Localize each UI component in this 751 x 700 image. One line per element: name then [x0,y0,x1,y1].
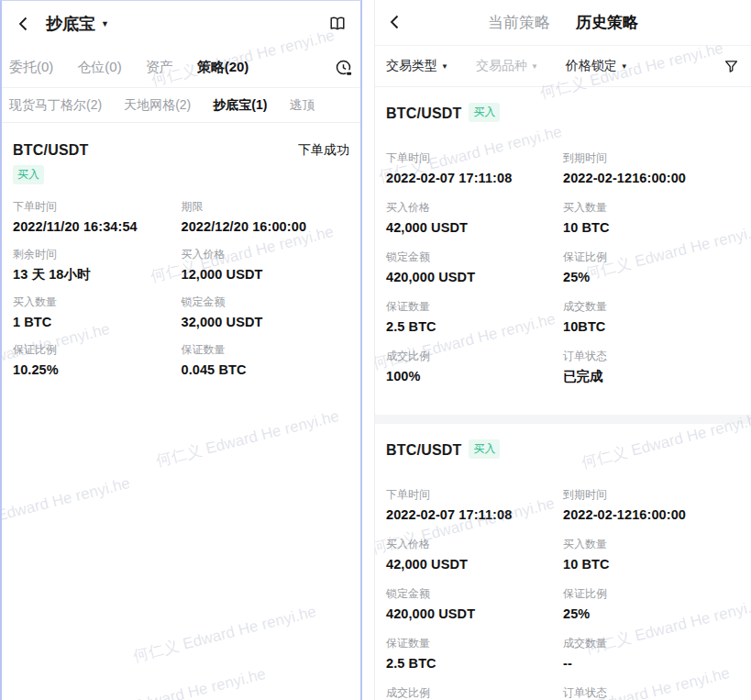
filter-dropdown[interactable]: 交易类型▼ [386,58,448,74]
field-value: 12,000 USDT [182,265,350,284]
order-history-icon[interactable] [334,58,353,77]
field-value: 25% [563,605,740,624]
title-caret-icon: ▼ [101,19,109,28]
field-label: 下单时间 [13,199,182,215]
field-label: 到期时间 [563,487,740,503]
caret-down-icon: ▼ [441,62,448,71]
field-value: 2022/12/20 16:00:00 [182,217,350,237]
left-tab[interactable]: 仓位(0) [77,59,121,76]
field: 保证比例 25% [563,250,740,287]
screen: 抄底宝 ▼ 委托(0)仓位(0)资产策略(20) [0,0,751,700]
field-value: 2022-02-1216:00:00 [563,169,740,188]
field-label: 成交比例 [386,349,563,364]
field: 订单状态 下单失败 [563,685,740,700]
history-strategy-card[interactable]: BTC/USDT 买入 下单时间 2022-02-07 17:11:08 到期时… [375,424,751,700]
field: 保证数量 0.045 BTC [182,342,350,380]
field-label: 保证数量 [386,636,563,651]
field: 锁定金额 32,000 USDT [182,294,350,332]
field: 买入数量 10 BTC [563,200,740,238]
pair-label: BTC/USDT [386,442,461,459]
left-tab[interactable]: 资产 [146,59,173,76]
left-header: 抄底宝 ▼ [2,1,360,47]
field-label: 锁定金额 [182,294,350,310]
right-tab[interactable]: 当前策略 [488,12,550,33]
strategy-subtab[interactable]: 天地网格(2) [124,97,191,114]
page-title[interactable]: 抄底宝 [46,13,95,35]
strategy-subtab[interactable]: 现货马丁格尔(2) [9,97,102,114]
filter-dropdown[interactable]: 交易品种▼ [476,58,538,74]
filter-label: 价格锁定 [566,58,617,74]
right-header: 当前策略历史策略 [375,0,751,46]
right-tab[interactable]: 历史策略 [576,12,638,33]
field-label: 下单时间 [386,487,563,503]
left-tab-bar: 委托(0)仓位(0)资产策略(20) [2,47,360,88]
filter-dropdown[interactable]: 价格锁定▼ [566,58,628,74]
field-grid: 下单时间 2022-02-07 17:11:08 到期时间 2022-02-12… [386,150,740,398]
field: 成交比例 100% [386,349,563,386]
field-value: 10.25% [13,361,182,380]
field-grid: 下单时间 2022-02-07 17:11:08 到期时间 2022-02-12… [386,487,740,700]
watermark: 何仁义 Edward He renyi.he [154,406,342,472]
field-label: 买入数量 [13,294,182,310]
field-label: 买入数量 [563,200,740,216]
right-panel: 当前策略历史策略 交易类型▼交易品种▼价格锁定▼ BTC/USDT 买入 下单时… [374,0,751,700]
field-value: 42,000 USDT [386,218,563,238]
field-label: 期限 [182,199,350,215]
field: 买入数量 10 BTC [563,537,740,574]
filter-label: 交易品种 [476,58,527,74]
field: 到期时间 2022-02-1216:00:00 [563,487,740,525]
field: 剩余时间 13 天 18小时 [13,247,182,284]
field-value: 25% [563,268,740,287]
order-status-label: 下单成功 [298,142,349,159]
side-badge: 买入 [13,165,44,184]
field: 下单时间 2022/11/20 16:34:54 [13,199,182,237]
history-strategy-card[interactable]: BTC/USDT 买入 下单时间 2022-02-07 17:11:08 到期时… [375,87,751,415]
field-value: 420,000 USDT [386,605,563,624]
filter-label: 交易类型 [386,58,437,74]
left-tab[interactable]: 委托(0) [9,59,53,76]
field-label: 锁定金额 [386,250,563,265]
field-label: 买入价格 [386,200,563,216]
field-label: 成交比例 [386,685,563,700]
filter-bar: 交易类型▼交易品种▼价格锁定▼ [375,46,751,87]
field-value: 已完成 [563,367,740,386]
field-label: 保证比例 [563,250,740,265]
field: 期限 2022/12/20 16:00:00 [182,199,350,237]
side-badge: 买入 [469,439,500,459]
field-value: 2022-02-1216:00:00 [563,506,740,525]
field-value: 420,000 USDT [386,268,563,287]
strategy-subtab[interactable]: 抄底宝(1) [213,97,267,114]
field-value: 10BTC [563,317,740,337]
field-value: 42,000 USDT [386,555,563,574]
strategy-subtab-bar: 现货马丁格尔(2)天地网格(2)抄底宝(1)逃顶 [2,88,360,123]
field-label: 成交数量 [563,636,740,651]
field: 成交比例 -- [386,685,563,700]
filter-funnel-icon[interactable] [723,58,740,75]
field: 锁定金额 420,000 USDT [386,586,563,624]
field: 保证数量 2.5 BTC [386,299,563,337]
field-value: 2.5 BTC [386,317,563,337]
field-label: 保证比例 [13,342,182,358]
manual-book-icon[interactable] [327,14,348,34]
left-tab[interactable]: 策略(20) [197,59,249,76]
back-icon[interactable] [386,13,404,31]
field-label: 保证数量 [182,342,350,358]
field-label: 下单时间 [386,150,563,166]
strategy-card[interactable]: BTC/USDT 下单成功 买入 下单时间 2022/11/20 16:34:5… [2,123,360,405]
field-label: 买入数量 [563,537,740,552]
caret-down-icon: ▼ [531,62,538,71]
field-value: 2022/11/20 16:34:54 [13,217,182,237]
field-value: 13 天 18小时 [13,265,182,284]
watermark: 何仁义 Edward He renyi.he [0,472,132,539]
field-label: 剩余时间 [13,247,182,262]
field-value: -- [563,654,740,673]
field-label: 成交数量 [563,299,740,315]
caret-down-icon: ▼ [621,62,628,71]
strategy-subtab[interactable]: 逃顶 [289,97,315,114]
field-label: 保证比例 [563,586,740,602]
field: 保证数量 2.5 BTC [386,636,563,673]
field: 订单状态 已完成 [563,349,740,386]
field-label: 订单状态 [563,349,740,364]
back-icon[interactable] [15,15,33,33]
field-value: 10 BTC [563,555,740,574]
